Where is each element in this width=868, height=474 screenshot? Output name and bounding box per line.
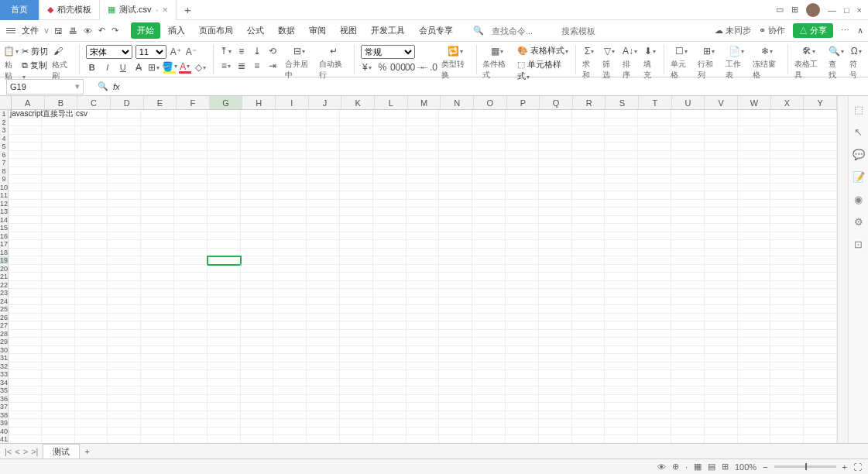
cell-G12[interactable] [208,200,241,208]
cell-G26[interactable] [208,314,241,322]
cell-F21[interactable] [174,273,208,281]
cell-E17[interactable] [141,240,174,249]
cell-G40[interactable] [208,428,241,436]
cell-F6[interactable] [174,151,208,160]
cell-H31[interactable] [241,354,274,362]
cell-G34[interactable] [208,379,241,387]
formula-input[interactable] [125,82,868,91]
cell-Y7[interactable] [804,159,837,167]
cell-T15[interactable] [638,224,671,232]
row-header-37[interactable]: 37 [0,403,9,411]
cell-Q27[interactable] [539,321,572,330]
cell-U40[interactable] [671,428,705,436]
cell-P35[interactable] [506,386,539,395]
cell-O9[interactable] [472,175,506,184]
cell-F18[interactable] [174,249,208,257]
cell-Q11[interactable] [539,191,572,200]
cell-W8[interactable] [738,167,771,176]
cell-X29[interactable] [770,338,804,346]
cell-E29[interactable] [141,338,174,346]
cell-O31[interactable] [472,354,506,362]
cell-C25[interactable] [75,305,108,314]
cell-Q37[interactable] [539,403,572,411]
cell-H9[interactable] [241,175,274,184]
cell-M38[interactable] [407,411,440,420]
align-middle-button[interactable]: ≡ [235,45,248,57]
save-icon[interactable]: 🖫 [54,26,63,36]
cell-J16[interactable] [307,232,340,241]
cell-A25[interactable] [9,305,42,314]
cell-B41[interactable] [42,435,75,443]
cell-S26[interactable] [605,314,638,322]
cell-U1[interactable] [671,110,705,118]
cell-R36[interactable] [572,395,606,404]
cell-V33[interactable] [705,370,738,379]
cell-Q5[interactable] [539,143,572,151]
cell-K41[interactable] [340,435,373,443]
increase-decimal-button[interactable]: .00→ [407,61,420,74]
cell-S25[interactable] [605,305,638,314]
cell-L16[interactable] [373,232,407,241]
cell-K31[interactable] [340,354,373,362]
cell-W18[interactable] [738,249,771,257]
cell-C22[interactable] [75,281,108,290]
cell-B18[interactable] [42,249,75,257]
cell-D22[interactable] [108,281,141,290]
cell-B3[interactable] [42,126,75,135]
cell-H22[interactable] [241,281,274,290]
side-object-icon[interactable]: ◉ [854,194,863,205]
cell-S29[interactable] [605,338,638,346]
cell-M7[interactable] [407,159,440,167]
cell-W40[interactable] [738,428,771,436]
cell-R2[interactable] [572,118,606,127]
cell-G7[interactable] [208,159,241,167]
cell-U10[interactable] [671,184,705,192]
cell-E15[interactable] [141,224,174,232]
row-header-22[interactable]: 22 [0,281,9,290]
cell-T11[interactable] [638,191,671,200]
cell-R32[interactable] [572,362,606,371]
cell-Q3[interactable] [539,126,572,135]
cell-U22[interactable] [671,281,705,290]
cell-I21[interactable] [273,273,307,281]
collab-button[interactable]: ⚭ 协作 [759,25,785,36]
cell-I36[interactable] [273,395,307,404]
cell-O23[interactable] [472,289,506,297]
row-header-5[interactable]: 5 [0,143,9,151]
cell-V23[interactable] [705,289,738,297]
row-header-12[interactable]: 12 [0,200,9,208]
row-header-15[interactable]: 15 [0,224,9,232]
cell-Y3[interactable] [804,126,837,135]
cell-P3[interactable] [506,126,539,135]
cell-C13[interactable] [75,208,108,216]
cell-K12[interactable] [340,200,373,208]
col-header-U[interactable]: U [672,96,705,109]
cell-M13[interactable] [407,208,440,216]
cell-X5[interactable] [770,143,804,151]
row-header-28[interactable]: 28 [0,330,9,338]
cell-X14[interactable] [770,216,804,225]
cell-U21[interactable] [671,273,705,281]
cell-H14[interactable] [241,216,274,225]
cell-D20[interactable] [108,265,141,273]
cell-S11[interactable] [605,191,638,200]
cell-W36[interactable] [738,395,771,404]
sheet-first-icon[interactable]: |< [5,447,12,456]
col-header-P[interactable]: P [507,96,540,109]
cell-J13[interactable] [307,208,340,216]
cell-Y15[interactable] [804,224,837,232]
cell-D18[interactable] [108,249,141,257]
cell-H32[interactable] [241,362,274,371]
decrease-font-icon[interactable]: A⁻ [185,46,197,58]
cell-T6[interactable] [638,151,671,160]
cell-R6[interactable] [572,151,606,160]
cell-X30[interactable] [770,346,804,355]
cell-W4[interactable] [738,135,771,143]
cell-V31[interactable] [705,354,738,362]
cell-F14[interactable] [174,216,208,225]
cell-P18[interactable] [506,249,539,257]
cell-F8[interactable] [174,167,208,176]
cell-X16[interactable] [770,232,804,241]
sheet-tab[interactable]: 测试 [43,444,80,459]
cell-B17[interactable] [42,240,75,249]
